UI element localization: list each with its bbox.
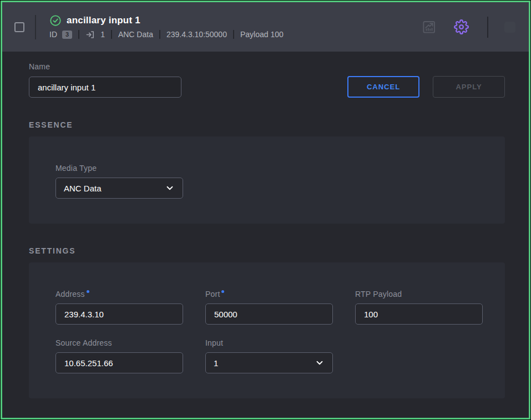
address-label: Address <box>55 290 183 298</box>
ancillary-input-editor: ancillary input 1 ID 3 1 ANC Data 239.4.… <box>1 1 530 419</box>
status-ok-icon <box>49 14 62 27</box>
essence-section-title: ESSENCE <box>29 120 505 129</box>
chevron-down-icon <box>315 358 325 368</box>
title-block: ancillary input 1 ID 3 1 ANC Data 239.4.… <box>49 14 284 40</box>
name-input[interactable] <box>29 77 181 98</box>
meta-row: ID 3 1 ANC Data 239.4.3.10:50000 Payload… <box>49 29 284 40</box>
cancel-button[interactable]: CANCEL <box>347 76 419 98</box>
page-title: ancillary input 1 <box>67 15 140 26</box>
input-arrow-icon <box>85 29 96 40</box>
chevron-down-icon <box>165 183 175 193</box>
meta-divider <box>111 30 112 39</box>
header-bar: ancillary input 1 ID 3 1 ANC Data 239.4.… <box>2 2 529 52</box>
source-address-label: Source Address <box>55 338 183 347</box>
header-divider <box>35 15 36 39</box>
rtp-payload-field-group: RTP Payload <box>355 290 483 325</box>
input-label: Input <box>205 338 333 347</box>
address-input[interactable] <box>55 303 183 325</box>
port-field-group: Port <box>205 290 333 325</box>
rtp-payload-label: RTP Payload <box>355 290 483 298</box>
input-value: 1 <box>214 358 218 368</box>
id-label: ID <box>49 30 57 39</box>
required-dot <box>87 290 89 293</box>
chart-icon <box>422 19 437 34</box>
media-type-select[interactable]: ANC Data <box>55 178 183 199</box>
meta-divider <box>159 30 160 39</box>
input-field-group: Input 1 <box>205 338 333 373</box>
gear-icon <box>454 19 469 34</box>
editor-content: Name CANCEL APPLY ESSENCE Media Type ANC… <box>2 52 529 398</box>
address-field-group: Address <box>55 290 183 325</box>
apply-button[interactable]: APPLY <box>433 76 505 98</box>
meta-media-type: ANC Data <box>118 30 153 39</box>
name-label: Name <box>29 62 505 71</box>
settings-panel: Address Port RTP Payload Source Address <box>29 262 505 398</box>
thumbnail-placeholder[interactable] <box>504 22 515 33</box>
media-type-value: ANC Data <box>64 184 102 193</box>
rtp-payload-input[interactable] <box>355 303 483 325</box>
name-row: CANCEL APPLY <box>29 76 505 98</box>
settings-button[interactable] <box>437 19 469 34</box>
source-address-field-group: Source Address <box>55 338 183 373</box>
statistics-button[interactable] <box>422 19 437 34</box>
essence-panel: Media Type ANC Data <box>29 136 505 224</box>
header-actions <box>422 17 515 38</box>
header-divider <box>487 17 488 38</box>
meta-input-number: 1 <box>100 30 105 39</box>
meta-divider <box>233 30 234 39</box>
meta-payload: Payload 100 <box>240 30 284 39</box>
meta-endpoint: 239.4.3.10:50000 <box>166 30 227 39</box>
id-badge: 3 <box>62 31 72 39</box>
port-input[interactable] <box>205 303 333 325</box>
media-type-label: Media Type <box>55 164 478 173</box>
settings-grid: Address Port RTP Payload Source Address <box>55 290 478 373</box>
meta-divider <box>78 30 79 39</box>
select-checkbox[interactable] <box>14 22 24 32</box>
required-dot <box>221 290 224 293</box>
settings-section-title: SETTINGS <box>29 246 505 255</box>
source-address-input[interactable] <box>55 352 183 373</box>
input-select[interactable]: 1 <box>205 352 333 373</box>
action-buttons: CANCEL APPLY <box>347 76 505 98</box>
port-label: Port <box>205 290 333 298</box>
